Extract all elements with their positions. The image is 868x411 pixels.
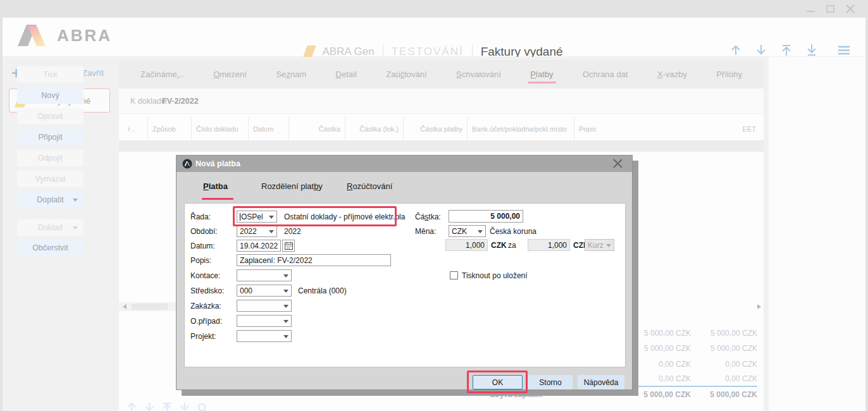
summary-value: 0,00 CZK: [675, 374, 757, 383]
rada-value: OSPel: [241, 212, 263, 221]
tab-ochrana-dat[interactable]: Ochrana dat: [580, 61, 631, 87]
opripad-combo[interactable]: [237, 315, 292, 327]
obcerstvit-button[interactable]: Občerstvit: [17, 240, 84, 256]
dialog-tab-rozdeleni-platby[interactable]: Rozdělení platby: [261, 181, 323, 191]
move-bottom-icon[interactable]: [178, 401, 191, 411]
column-header-castka-lok[interactable]: Částka (lok.): [345, 118, 404, 140]
tab-schvalovani[interactable]: Schvalování: [454, 61, 504, 87]
abra-gen-icon: [303, 46, 316, 58]
zakazka-combo[interactable]: [237, 300, 292, 312]
column-header-zpusob[interactable]: Způsob: [148, 118, 192, 140]
obdobi-value: 2022: [240, 227, 257, 236]
print-checkbox[interactable]: [450, 271, 458, 279]
summary-value: 5 000,00 CZK: [675, 344, 757, 353]
tab-detail[interactable]: Detail: [333, 61, 359, 87]
doklad-button[interactable]: Doklad: [17, 219, 84, 236]
header-bar: ABRA ABRA Gen TESTOVÁNÍ Faktury vydané: [3, 18, 865, 57]
dialog-title: Nová platba: [195, 159, 240, 168]
close-icon: [612, 158, 623, 169]
storno-button[interactable]: Storno: [528, 375, 573, 390]
chevron-down-icon: [283, 335, 288, 338]
popis-field[interactable]: Zaplacení: FV-2/2022: [237, 254, 391, 266]
move-up-icon[interactable]: [125, 401, 138, 411]
doplatit-button[interactable]: Doplatit: [17, 192, 84, 208]
opravit-button[interactable]: Opravit: [17, 108, 84, 125]
module-tabbar: Začínáme... Omezení Seznam Detail Zaúčto…: [119, 60, 764, 89]
tab-seznam[interactable]: Seznam: [273, 61, 309, 87]
mena-combo[interactable]: CZK: [449, 225, 486, 237]
button-label: Doplatit: [37, 195, 63, 204]
odpojit-button[interactable]: Odpojit: [17, 150, 84, 166]
ok-button[interactable]: OK: [473, 375, 523, 390]
stredisko-combo[interactable]: 000: [237, 285, 292, 297]
tab-omezeni[interactable]: Omezení: [211, 61, 249, 87]
zakazka-label: Zakázka:: [190, 302, 221, 310]
app-name: ABRA Gen: [322, 46, 374, 58]
column-header-cislo-dokladu[interactable]: Číslo dokladu: [192, 118, 249, 140]
column-header-eet[interactable]: EET: [726, 118, 760, 140]
move-top-icon[interactable]: [161, 401, 173, 411]
app-window: ABRA ABRA Gen TESTOVÁNÍ Faktury vydané: [0, 0, 868, 411]
stredisko-label: Středisko:: [190, 286, 224, 295]
kontace-combo[interactable]: [237, 269, 292, 281]
abra-logo-icon: [18, 24, 52, 47]
scroll-left-icon[interactable]: [123, 304, 127, 309]
summary-value: 0,00 CZK: [675, 360, 757, 369]
obdobi-description: 2022: [284, 227, 301, 236]
pripojit-button[interactable]: Připojit: [17, 129, 84, 145]
tab-zauctovani[interactable]: Zaúčtování: [383, 61, 429, 87]
vymazat-button[interactable]: Vymazat: [17, 171, 84, 187]
table-empty-row[interactable]: [119, 140, 764, 152]
novy-button[interactable]: Nový: [17, 87, 84, 104]
dialog-close-button[interactable]: [612, 158, 623, 171]
move-down-icon[interactable]: [143, 401, 156, 411]
column-header-castka-platby[interactable]: Částka platby: [404, 118, 468, 140]
column-header-bank-ucet[interactable]: Bank.účet/pokladna/pokl.místo: [468, 118, 574, 140]
column-header-tree[interactable]: ⊦..: [119, 118, 148, 140]
search-icon[interactable]: [196, 401, 209, 411]
footer-toolbar: [125, 401, 209, 411]
minimize-icon: [807, 11, 815, 12]
summary-value: 5 000,00 CZK: [675, 329, 757, 338]
action-panel: [769, 57, 865, 411]
dialog-tab-platba[interactable]: Platba: [203, 181, 228, 191]
chevron-down-icon: [269, 230, 274, 233]
minimize-button[interactable]: [805, 3, 817, 15]
rada-combo[interactable]: OSPel: [237, 211, 277, 223]
projekt-label: Projekt:: [190, 332, 216, 341]
kurz-combo[interactable]: Kurz: [585, 239, 614, 251]
kurz-right-field[interactable]: 1,000: [528, 239, 570, 251]
calendar-icon: [285, 242, 293, 250]
scrollbar-thumb[interactable]: [132, 304, 168, 310]
datum-label: Datum:: [190, 242, 215, 250]
kurz-left-value: 1,000: [466, 241, 485, 250]
mena-value: CZK: [452, 227, 467, 236]
close-button[interactable]: [844, 3, 857, 15]
chevron-down-icon: [478, 230, 483, 233]
scroll-right-icon[interactable]: [757, 304, 761, 309]
napoveda-button[interactable]: Nápověda: [578, 375, 624, 390]
calendar-button[interactable]: [282, 240, 295, 252]
datum-field[interactable]: 19.04.2022: [237, 240, 281, 252]
nova-platba-dialog: Nová platba Platba Rozdělení platby Rozú…: [176, 155, 633, 390]
projekt-combo[interactable]: [237, 330, 292, 342]
tab-prilohy[interactable]: Přílohy: [714, 61, 744, 87]
horizontal-scrollbar[interactable]: [119, 302, 182, 311]
column-header-popis[interactable]: Popis: [574, 118, 726, 140]
dialog-tab-rozuctovani[interactable]: Rozúčtování: [347, 181, 392, 191]
maximize-button[interactable]: [824, 3, 837, 15]
column-header-castka[interactable]: Částka: [289, 118, 345, 140]
kurz-left-currency: CZK: [491, 241, 507, 250]
tab-x-vazby[interactable]: X-vazby: [655, 61, 690, 87]
tab-zaciname[interactable]: Začínáme...: [138, 61, 187, 87]
obdobi-label: Období:: [190, 227, 218, 236]
tisk-button[interactable]: Tisk: [17, 66, 84, 83]
column-header-datum[interactable]: Datum: [249, 118, 289, 140]
tab-platby[interactable]: Platby: [528, 61, 555, 87]
castka-field[interactable]: 5 000,00: [449, 210, 523, 223]
kurz-left-field[interactable]: 1,000: [445, 239, 488, 251]
mena-label: Měna:: [415, 227, 436, 236]
button-label: Doklad: [38, 223, 63, 232]
dialog-titlebar[interactable]: Nová platba: [177, 156, 632, 172]
obdobi-combo[interactable]: 2022: [237, 225, 277, 237]
